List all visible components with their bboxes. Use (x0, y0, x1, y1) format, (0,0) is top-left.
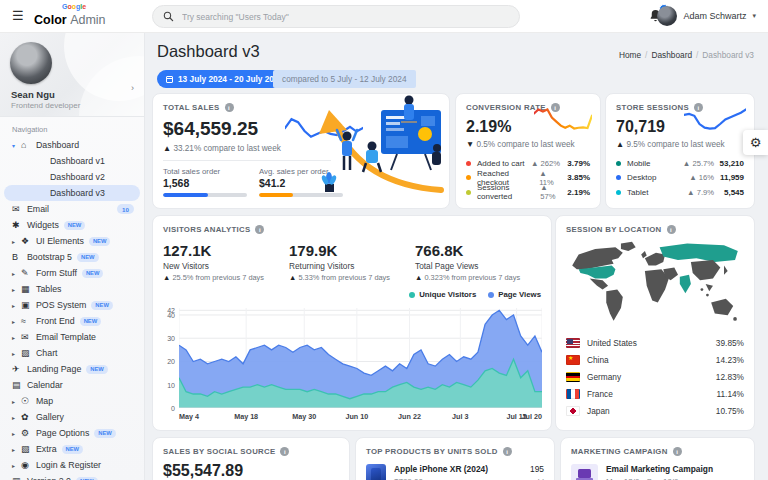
sidebar-item-label: Form Stuff (36, 268, 77, 278)
nav-caret-icon: ▸ (12, 334, 21, 341)
sidebar-item[interactable]: ▾ ⌂ Dashboard (4, 137, 140, 153)
search-input[interactable] (182, 12, 509, 22)
info-icon[interactable]: i (280, 447, 289, 456)
user-avatar (657, 6, 677, 26)
card-title: MARKETING CAMPAIGNi (571, 447, 744, 456)
sidebar-item-label: POS System (36, 300, 86, 310)
sidebar-item[interactable]: ▸ ▣ POS System NEW (4, 297, 140, 313)
sidebar-item[interactable]: ▸ ◉ Login & Register (4, 457, 140, 473)
sidebar-item-label: Gallery (36, 412, 64, 422)
sidebar-item[interactable]: ▸ ▧ Extra NEW (4, 441, 140, 457)
total-sales-order-metric: Total sales order 1,568 (163, 167, 247, 197)
new-badge: NEW (77, 253, 99, 262)
sidebar-item[interactable]: ▤ Calendar (4, 377, 140, 393)
legend-dot (409, 292, 415, 298)
nav-caret-icon: ▸ (12, 350, 21, 357)
sidebar-item-label: Widgets (27, 220, 59, 230)
country-row: Germany 12.83% (566, 368, 744, 385)
nav-list: ▾ ⌂ Dashboard Dashboard v1 (0, 137, 144, 480)
legend-dot (488, 292, 494, 298)
sidebar-item[interactable]: ▥ Version 2.0 NEW (4, 473, 140, 480)
breadcrumb-home[interactable]: Home (619, 50, 641, 60)
country-row: Japan 10.75% (566, 402, 744, 419)
info-icon[interactable]: i (225, 103, 234, 112)
email-icon: ✉ (12, 204, 27, 214)
nav-caret-icon: ▸ (12, 398, 21, 405)
version-icon: ▥ (12, 476, 27, 480)
nav-caret-icon: ▸ (12, 430, 21, 437)
sidebar-item[interactable]: ✈ Landing Page NEW (4, 361, 140, 377)
conversion-breakdown: Added to cart ▲ 262% 3.79% Reached check… (466, 156, 590, 200)
sidebar-item[interactable]: ▸ ✿ Gallery (4, 409, 140, 425)
new-badge: NEW (89, 237, 111, 246)
info-icon[interactable]: i (667, 225, 676, 234)
sidebar-item-label: UI Elements (36, 236, 84, 246)
nav-caret-icon: ▸ (12, 286, 21, 293)
sidebar-item-label: Version 2.0 (27, 476, 71, 480)
status-dot (616, 175, 621, 180)
sidebar: Sean Ngu Frontend developer › Navigation… (0, 33, 145, 480)
conversion-sparkline (534, 106, 592, 132)
marketing-campaign-card: MARKETING CAMPAIGNi Email Marketing Camp… (560, 437, 755, 480)
sidebar-item[interactable]: ✉ Email 10 (4, 201, 140, 217)
legend-item[interactable]: Unique Visitors (409, 290, 476, 299)
sidebar-item-label: Landing Page (27, 364, 81, 374)
chart-legend: Unique Visitors Page Views (409, 290, 541, 299)
country-flag-icon (566, 406, 580, 416)
info-icon[interactable]: i (255, 225, 264, 234)
country-flag-icon (566, 355, 580, 365)
sidebar-item-label: Dashboard v2 (50, 172, 105, 182)
status-dot (466, 175, 471, 180)
world-map (566, 238, 744, 330)
sidebar-item[interactable]: ▸ ▨ Chart (4, 345, 140, 361)
rocket-icon: ✈ (12, 364, 27, 374)
sidebar-item[interactable]: ✱ Widgets NEW (4, 217, 140, 233)
country-flag-icon (566, 389, 580, 399)
top-header: ☰ Google Color Admin 5 Adam Schwartz ▾ (0, 0, 768, 33)
sidebar-item[interactable]: B Bootstrap 5 NEW (4, 249, 140, 265)
sidebar-item[interactable]: Dashboard v2 (4, 169, 140, 185)
total-sales-card: TOTAL SALESi $64,559.25 ▲ 33.21% compare… (152, 93, 450, 209)
nav-caret-icon: ▸ (12, 270, 21, 277)
hamburger-menu-icon[interactable]: ☰ (12, 8, 24, 23)
new-badge: NEW (91, 301, 113, 310)
sidebar-item[interactable]: ▸ ▦ Tables (4, 281, 140, 297)
breadcrumb: Home/Dashboard/Dashboard v3 (619, 50, 754, 60)
country-row: China 14.23% (566, 351, 744, 368)
chevron-right-icon[interactable]: › (131, 83, 134, 93)
theme-settings-button[interactable]: ⚙ (743, 130, 768, 155)
legend-item[interactable]: Page Views (488, 290, 541, 299)
social-sales-value: $55,547.89 (163, 462, 339, 480)
session-by-location-card: SESSION BY LOCATIONi (555, 215, 755, 431)
sidebar-item-label: Dashboard v1 (50, 156, 105, 166)
sidebar-item-label: Chart (36, 348, 58, 358)
new-badge: NEW (86, 365, 108, 374)
sidebar-item[interactable]: ▸ ≈ Front End NEW (4, 313, 140, 329)
new-badge: NEW (82, 269, 104, 278)
info-icon[interactable]: i (503, 447, 512, 456)
sessions-breakdown: Mobile ▲ 25.7% 53,210 Desktop ▲ 16% 11,9… (616, 156, 744, 200)
sidebar-item[interactable]: ▸ ✉ Email Template (4, 329, 140, 345)
sidebar-item[interactable]: ▸ ✎ Form Stuff NEW (4, 265, 140, 281)
bootstrap-icon: B (12, 252, 27, 262)
card-title: VISITORS ANALYTICSi (163, 225, 541, 234)
sidebar-item[interactable]: ▸ ☉ Map (4, 393, 140, 409)
user-menu[interactable]: Adam Schwartz ▾ (657, 5, 756, 27)
status-dot (616, 190, 621, 195)
store-sessions-card: STORE SESSIONSi 70,719 ▲ 9.5% compare to… (605, 93, 755, 209)
new-badge: NEW (76, 477, 98, 480)
sidebar-item-label: Map (36, 396, 53, 406)
info-icon[interactable]: i (673, 447, 682, 456)
sidebar-item[interactable]: ▸ ❖ UI Elements NEW (4, 233, 140, 249)
new-badge: NEW (64, 221, 86, 230)
sidebar-item[interactable]: Dashboard v3 (4, 185, 140, 201)
sidebar-profile[interactable]: Sean Ngu Frontend developer › (0, 33, 144, 117)
metric-row: Mobile ▲ 25.7% 53,210 (616, 156, 744, 171)
sidebar-item[interactable]: ▸ ⚙ Page Options NEW (4, 425, 140, 441)
search-bar[interactable] (152, 5, 520, 28)
chevron-down-icon: ▾ (752, 12, 756, 20)
breadcrumb-dashboard[interactable]: Dashboard (651, 50, 692, 60)
sidebar-item[interactable]: Dashboard v1 (4, 153, 140, 169)
app-logo[interactable]: Color Admin (34, 13, 106, 27)
chart-icon: ▨ (21, 348, 36, 358)
